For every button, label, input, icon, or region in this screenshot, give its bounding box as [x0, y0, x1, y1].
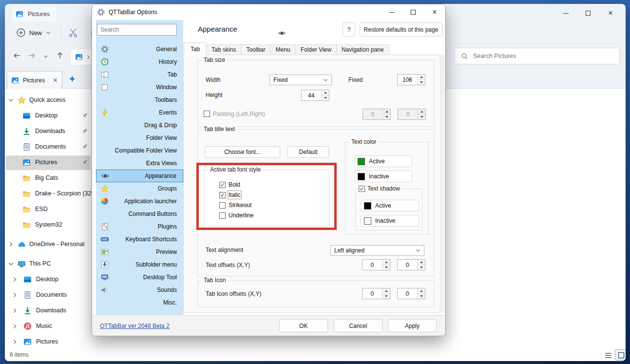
thumbnail-view-button[interactable]: [615, 349, 626, 361]
sidebar-item-extra-views[interactable]: Extra Views: [96, 157, 183, 170]
forward-icon[interactable]: [27, 51, 36, 60]
fixed-width-spinner[interactable]: 106: [397, 74, 425, 85]
bold-checkbox[interactable]: [219, 182, 226, 188]
text-shadow-checkbox[interactable]: [359, 186, 365, 192]
chevron-right-icon[interactable]: [12, 323, 18, 329]
sidebar-item-subfolder-menu[interactable]: Subfolder menu: [96, 258, 183, 271]
tree-item-desktop[interactable]: Desktop: [5, 108, 93, 124]
sidebar-item-desktop-tool[interactable]: Desktop Tool: [96, 271, 183, 284]
details-view-icon[interactable]: [604, 351, 612, 360]
spin-up[interactable]: [418, 75, 425, 79]
shadow-inactive-button[interactable]: Inactive: [361, 215, 419, 227]
spin-down[interactable]: [382, 293, 390, 299]
italic-checkbox[interactable]: [219, 192, 226, 198]
tree-item-music[interactable]: Music: [5, 319, 93, 334]
spin-up[interactable]: [382, 260, 390, 265]
spin-down[interactable]: [322, 95, 329, 100]
apply-button[interactable]: Apply: [388, 319, 437, 332]
sidebar-item-sounds[interactable]: Sounds: [96, 284, 183, 296]
recent-locations-chevron-icon[interactable]: [43, 54, 49, 59]
restore-defaults-button[interactable]: Restore defaults of this page: [360, 22, 442, 37]
tree-item-documents[interactable]: Documents: [5, 139, 93, 155]
tree-item-onedrive-personal[interactable]: OneDrive - Personal: [5, 237, 93, 252]
address-bar[interactable]: [70, 49, 95, 65]
dialog-close-button[interactable]: ×: [424, 5, 445, 19]
tab-navigation-pane[interactable]: Navigation pane: [337, 44, 389, 55]
tree-item-downloads[interactable]: Downloads: [5, 303, 93, 319]
spin-up[interactable]: [322, 90, 329, 95]
chevron-right-icon[interactable]: [12, 339, 18, 345]
tab-icon-offset-y-spinner[interactable]: 0: [397, 288, 425, 299]
chevron-right-icon[interactable]: [12, 307, 18, 314]
sidebar-item-plugins[interactable]: Plugins: [96, 220, 183, 233]
search-input[interactable]: Search Pictures: [454, 48, 620, 64]
tab-menu[interactable]: Menu: [271, 44, 296, 55]
chevron-right-icon[interactable]: [12, 276, 18, 283]
spin-down[interactable]: [418, 293, 425, 299]
sidebar-item-history[interactable]: History: [96, 56, 183, 68]
dialog-scrollbar[interactable]: [441, 55, 446, 312]
sidebar-item-tab[interactable]: Tab: [96, 68, 183, 81]
tree-item-downloads[interactable]: Downloads: [5, 124, 93, 139]
sidebar-item-toolbars[interactable]: Toolbars: [96, 94, 183, 106]
text-alignment-select[interactable]: Left aligned: [330, 245, 424, 256]
back-icon[interactable]: [13, 51, 21, 60]
tree-item-esd[interactable]: ESD: [5, 202, 93, 217]
text-offset-x-spinner[interactable]: 0: [362, 259, 390, 270]
new-button[interactable]: New: [12, 25, 56, 40]
text-color-active-button[interactable]: Active: [354, 155, 412, 167]
text-color-inactive-button[interactable]: Inactive: [354, 171, 412, 182]
chevron-down-icon[interactable]: [8, 261, 14, 267]
tab-folder-view[interactable]: Folder View: [296, 44, 337, 55]
up-icon[interactable]: [56, 51, 64, 60]
sidebar-item-command-buttons[interactable]: Command Buttons: [96, 208, 183, 220]
sidebar-item-application-launcher[interactable]: Application launcher: [96, 195, 183, 208]
sidebar-item-folder-view[interactable]: Folder View: [96, 132, 183, 144]
help-button[interactable]: ?: [343, 22, 355, 37]
text-offset-y-spinner[interactable]: 0: [397, 259, 425, 270]
width-mode-select[interactable]: Fixed: [269, 75, 332, 85]
chevron-right-icon[interactable]: [12, 292, 18, 298]
explorer-window-tab[interactable]: Pictures: [12, 7, 57, 21]
tab-close-icon[interactable]: ✕: [53, 77, 58, 84]
tab-pictures[interactable]: Pictures ✕: [7, 71, 62, 89]
choose-font-button[interactable]: Choose font...: [205, 146, 280, 158]
default-font-button[interactable]: Default: [287, 146, 329, 158]
spin-down[interactable]: [418, 265, 425, 270]
sidebar-item-window[interactable]: Window: [96, 81, 183, 94]
dialog-maximize-button[interactable]: [402, 5, 424, 19]
sidebar-item-groups[interactable]: Groups: [96, 182, 183, 195]
tree-item-this-pc[interactable]: This PC: [5, 256, 93, 272]
tree-item-desktop[interactable]: Desktop: [5, 272, 93, 287]
spin-down[interactable]: [382, 265, 390, 270]
close-button[interactable]: ×: [599, 7, 622, 19]
tab-tab[interactable]: Tab: [184, 42, 207, 55]
tree-item-drake-scorpion-320-[interactable]: Drake - Scorpion (320): [5, 186, 93, 202]
spin-up[interactable]: [418, 288, 425, 293]
spin-down[interactable]: [418, 79, 425, 85]
tree-item-documents[interactable]: Documents: [5, 287, 93, 303]
tab-toolbar[interactable]: Toolbar: [241, 44, 270, 55]
maximize-button[interactable]: [577, 7, 599, 19]
tree-item-system32[interactable]: System32: [5, 217, 93, 233]
sidebar-item-general[interactable]: General: [96, 43, 183, 56]
ok-button[interactable]: OK: [279, 319, 328, 332]
dialog-minimize-button[interactable]: [381, 5, 402, 19]
sidebar-item-keyboard-shortcuts[interactable]: Keyboard Shortcuts: [96, 233, 183, 246]
padding-checkbox[interactable]: [204, 111, 210, 117]
sidebar-item-compatible-folder-view[interactable]: Compatible Folder View: [96, 144, 183, 157]
tree-item-big-cats[interactable]: Big Cats: [5, 171, 93, 186]
cancel-button[interactable]: Cancel: [334, 319, 382, 332]
spin-up[interactable]: [382, 288, 390, 293]
dialog-search-input[interactable]: Search: [97, 24, 177, 36]
tree-item-pictures[interactable]: Pictures: [5, 155, 93, 171]
strikeout-checkbox[interactable]: [219, 202, 226, 209]
sidebar-item-preview[interactable]: Preview: [96, 246, 183, 258]
shadow-active-button[interactable]: Active: [361, 200, 419, 211]
minimize-button[interactable]: [554, 7, 577, 19]
version-link[interactable]: QTTabBar ver 2048 Beta 2: [100, 323, 170, 329]
new-tab-button[interactable]: +: [66, 72, 78, 86]
tree-item-quick-access[interactable]: Quick access: [5, 93, 93, 108]
tab-icon-offset-x-spinner[interactable]: 0: [362, 288, 390, 299]
chevron-right-icon[interactable]: [8, 241, 14, 248]
